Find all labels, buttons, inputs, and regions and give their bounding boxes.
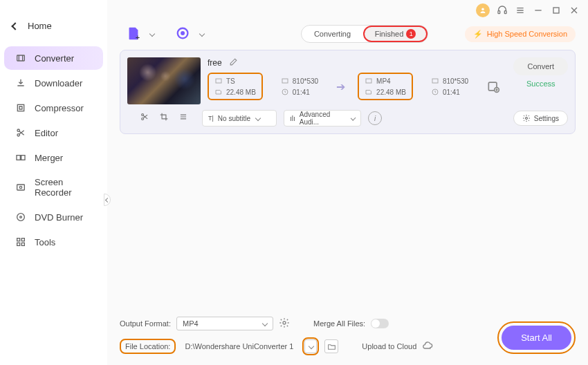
tab-converting[interactable]: Converting: [302, 26, 363, 42]
task-card: free TS 22.48 MB 810*530 01:41 ➔: [120, 50, 576, 134]
titlebar: [107, 0, 588, 21]
svg-rect-1: [17, 104, 24, 111]
disc-icon: [15, 212, 26, 223]
svg-rect-0: [17, 55, 25, 61]
sidebar-item-screen-recorder[interactable]: Screen Recorder: [4, 171, 103, 204]
merge-label: Merge All Files:: [313, 319, 365, 328]
svg-point-3: [17, 134, 19, 136]
chevron-down-icon[interactable]: [149, 31, 155, 37]
svg-point-32: [283, 321, 286, 324]
sidebar-item-downloader[interactable]: Downloader: [4, 71, 103, 95]
svg-rect-11: [21, 238, 24, 241]
close-icon[interactable]: [569, 5, 580, 16]
avatar-icon[interactable]: [476, 3, 490, 17]
chevron-left-icon: [11, 22, 19, 30]
status-text: Success: [526, 79, 555, 88]
finished-badge: 1: [406, 29, 416, 39]
crop-icon[interactable]: [159, 112, 169, 124]
lightning-icon: ⚡: [473, 30, 483, 39]
upload-label: Upload to Cloud: [362, 342, 416, 350]
svg-point-8: [17, 214, 25, 221]
target-meta-box: 810*530 01:41: [425, 74, 474, 99]
svg-rect-24: [366, 79, 371, 83]
grid-icon: [15, 236, 26, 247]
subtitle-select[interactable]: T|No subtitle: [202, 110, 277, 127]
start-all-button[interactable]: Start All: [502, 326, 571, 350]
footer: Output Format: MP4 Merge All Files: File…: [107, 310, 588, 365]
format-gear-icon[interactable]: [279, 317, 290, 330]
convert-button[interactable]: Convert: [513, 57, 568, 75]
sidebar: Home Converter Downloader Compressor Edi…: [0, 0, 107, 365]
menu-icon[interactable]: [515, 5, 526, 16]
output-format-label: Output Format:: [120, 319, 171, 328]
svg-rect-16: [504, 11, 506, 14]
svg-point-2: [17, 129, 19, 131]
edit-icon[interactable]: [229, 57, 238, 68]
add-disc-icon[interactable]: [175, 26, 192, 42]
svg-text:+: +: [136, 33, 140, 41]
add-file-icon[interactable]: +: [125, 26, 142, 42]
sidebar-item-editor[interactable]: Editor: [4, 121, 103, 144]
output-settings-icon[interactable]: [486, 79, 500, 93]
svg-rect-25: [432, 79, 438, 83]
arrow-right-icon: ➔: [336, 80, 345, 93]
svg-point-31: [525, 118, 527, 120]
settings-button[interactable]: Settings: [513, 111, 568, 126]
sidebar-item-dvd-burner[interactable]: DVD Burner: [4, 205, 103, 229]
file-location-label: File Location:: [120, 339, 176, 354]
home-label: Home: [28, 21, 52, 31]
sidebar-item-compressor[interactable]: Compressor: [4, 96, 103, 120]
high-speed-button[interactable]: ⚡ High Speed Conversion: [465, 26, 576, 42]
download-icon: [15, 77, 26, 88]
compressor-icon: [15, 102, 26, 113]
svg-rect-17: [553, 8, 559, 13]
svg-point-7: [19, 186, 21, 188]
merge-toggle[interactable]: [371, 319, 389, 328]
svg-rect-21: [216, 79, 221, 83]
file-location-value: D:\Wondershare UniConverter 1: [181, 340, 297, 353]
open-folder-button[interactable]: [324, 339, 338, 353]
svg-point-30: [142, 118, 144, 120]
top-bar: + Converting Finished 1 ⚡ High Speed Con…: [120, 21, 576, 50]
sidebar-item-converter[interactable]: Converter: [4, 46, 103, 70]
info-icon[interactable]: i: [368, 111, 382, 125]
minimize-icon[interactable]: [533, 5, 544, 16]
sidebar-item-merger[interactable]: Merger: [4, 146, 103, 169]
chevron-down-icon[interactable]: [199, 31, 205, 37]
audio-select[interactable]: ılıAdvanced Audi...: [284, 110, 361, 127]
source-format-box: TS 22.48 MB: [208, 73, 263, 100]
svg-rect-10: [17, 238, 20, 241]
status-tabs: Converting Finished 1: [301, 25, 428, 43]
merger-icon: [15, 152, 26, 163]
svg-rect-12: [17, 243, 20, 245]
svg-point-20: [181, 32, 184, 35]
svg-point-9: [20, 216, 22, 218]
recorder-icon: [15, 182, 26, 193]
svg-rect-13: [21, 243, 24, 245]
svg-rect-15: [498, 11, 500, 14]
output-format-select[interactable]: MP4: [176, 317, 273, 330]
svg-rect-6: [17, 185, 25, 190]
tab-finished[interactable]: Finished 1: [363, 26, 428, 42]
target-format-box: MP4 22.48 MB: [358, 73, 413, 100]
location-dropdown[interactable]: [304, 339, 317, 353]
sidebar-home[interactable]: Home: [0, 14, 107, 38]
svg-rect-4: [17, 156, 20, 160]
effects-icon[interactable]: [178, 112, 188, 124]
svg-rect-5: [21, 156, 25, 160]
sidebar-item-tools[interactable]: Tools: [4, 230, 103, 254]
converter-icon: [15, 53, 26, 64]
scissors-icon: [15, 127, 26, 138]
maximize-icon[interactable]: [551, 5, 562, 16]
video-thumbnail[interactable]: [127, 57, 201, 104]
svg-point-14: [481, 8, 484, 11]
cut-icon[interactable]: [140, 112, 149, 124]
main-area: + Converting Finished 1 ⚡ High Speed Con…: [107, 0, 588, 365]
task-title: free: [208, 58, 222, 68]
source-meta-box: 810*530 01:41: [275, 74, 324, 99]
svg-rect-22: [282, 79, 288, 83]
svg-point-29: [142, 114, 144, 116]
cloud-icon[interactable]: [422, 340, 433, 353]
headset-icon[interactable]: [497, 5, 508, 16]
